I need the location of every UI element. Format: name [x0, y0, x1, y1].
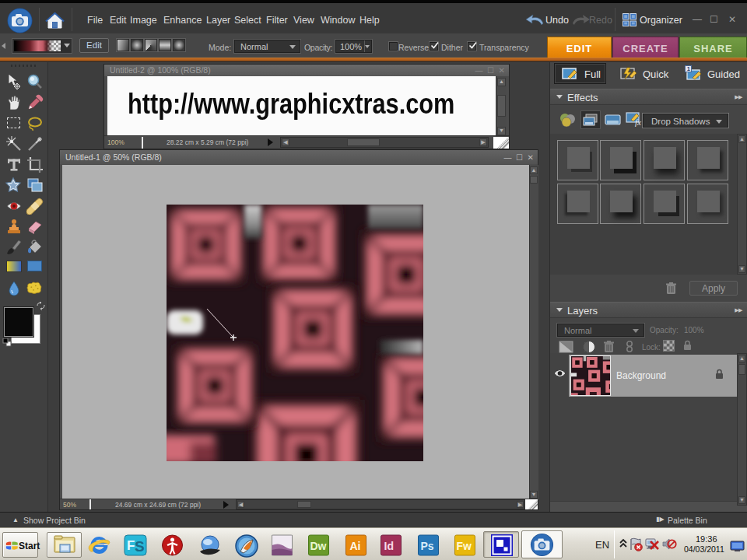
svg-text:S: S: [135, 538, 145, 555]
svg-text:Ai: Ai: [350, 540, 361, 552]
svg-text:fx: fx: [635, 117, 641, 127]
svg-text:1: 1: [687, 65, 690, 72]
svg-text:Dw: Dw: [310, 540, 327, 552]
svg-text:Ps: Ps: [421, 540, 434, 552]
svg-text:F: F: [127, 538, 135, 553]
svg-text:Fw: Fw: [457, 540, 472, 552]
svg-text:Id: Id: [384, 540, 394, 552]
